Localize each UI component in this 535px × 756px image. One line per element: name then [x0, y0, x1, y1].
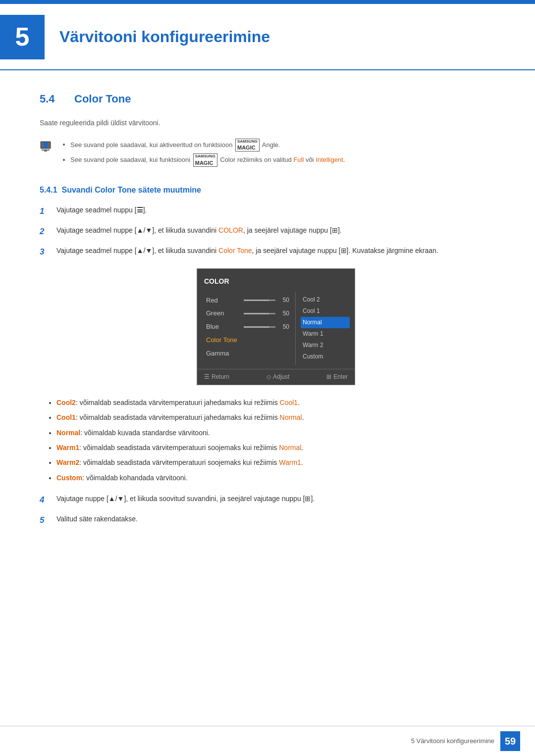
main-content: 5.4 Color Tone Saate reguleerida pildi ü… [0, 70, 535, 567]
menu-footer: ☰ Return ◇ Adjust ⊞ Enter [197, 369, 355, 385]
top-accent-bar [0, 0, 535, 4]
ref-normal-1: Normal [280, 413, 302, 421]
section-heading: 5.4 Color Tone [40, 90, 495, 107]
highlight-full: Full [293, 156, 304, 163]
term-cool2: Cool2 [56, 399, 76, 406]
term-warm2: Warm2 [56, 458, 79, 466]
step-4: 4 Vajutage nuppe [▲/▼], et liikuda soovi… [40, 493, 495, 506]
ref-warm1: Warm1 [279, 458, 301, 466]
term-normal: Normal [56, 429, 80, 437]
term-cool1: Cool1 [56, 413, 76, 421]
step-1: 1 Vajutage seadmel nuppu [☰]. [40, 204, 495, 218]
step-number-3: 3 [40, 245, 50, 258]
menu-title: COLOR [197, 276, 355, 292]
highlight-intelligent: Intelligent [316, 156, 343, 163]
submenu-custom: Custom [301, 351, 350, 362]
subsection-heading: 5.4.1 Suvandi Color Tone sätete muutmine [40, 184, 495, 197]
page-footer: 5 Värvitooni konfigureerimine 59 [0, 726, 535, 756]
intro-text: Saate reguleerida pildi üldist värvitoon… [40, 117, 495, 128]
adjust-icon: ◇ [267, 372, 271, 382]
svg-rect-1 [44, 142, 48, 148]
samsung-magic-1: SAMSUNGMAGIC [235, 139, 260, 152]
return-icon: ☰ [204, 372, 210, 382]
step-text-2: Vajutage seadmel nuppe [▲/▼], et liikuda… [56, 225, 495, 236]
step-text-1: Vajutage seadmel nuppu [☰]. [56, 204, 495, 215]
footer-adjust: ◇ Adjust [267, 372, 289, 382]
step-text-5: Valitud säte rakendatakse. [56, 513, 495, 524]
chapter-header: 5 Värvitooni konfigureerimine [0, 0, 535, 70]
menu-row-colortone: Color Tone [206, 334, 289, 347]
step-2: 2 Vajutage seadmel nuppe [▲/▼], et liiku… [40, 225, 495, 238]
footer-chapter-text: 5 Värvitooni konfigureerimine [411, 736, 494, 747]
step-number-1: 1 [40, 204, 50, 218]
slider-green [244, 313, 275, 314]
desc-normal: Normal: võimaldab kuvada standardse värv… [56, 427, 495, 438]
desc-list: Cool2: võimaldab seadistada värvitempera… [40, 397, 495, 483]
enter-icon: ⊞ [326, 372, 331, 382]
note-item-2: See suvand pole saadaval, kui funktsioon… [70, 153, 345, 167]
svg-rect-3 [44, 151, 47, 151]
ref-normal-2: Normal [279, 444, 301, 452]
desc-custom: Custom: võimaldab kohandada värvitooni. [56, 472, 495, 483]
desc-warm1: Warm1: võimaldab seadistada värvitempera… [56, 442, 495, 453]
menu-label-gamma: Gamma [206, 349, 229, 359]
term-custom: Custom [56, 474, 82, 482]
menu-label-green: Green [206, 308, 241, 319]
subsection-title: Suvandi Color Tone sätete muutmine [61, 186, 201, 194]
enter-label: Enter [333, 372, 348, 382]
subsection-number: 5.4.1 [40, 186, 57, 194]
note-box: See suvand pole saadaval, kui aktiveerit… [40, 139, 495, 169]
menu-left: Red 50 Green 50 Blue 50 [197, 292, 295, 365]
menu-box: COLOR Red 50 Green 50 [197, 268, 355, 385]
slider-blue [244, 326, 275, 328]
menu-row-red: Red 50 [206, 294, 289, 307]
menu-row-green: Green 50 [206, 307, 289, 320]
menu-label-blue: Blue [206, 322, 241, 332]
section-title: Color Tone [74, 90, 131, 107]
step-5: 5 Valitud säte rakendatakse. [40, 513, 495, 527]
note-icon [40, 140, 54, 154]
menu-label-red: Red [206, 296, 241, 306]
submenu-cool1: Cool 1 [301, 305, 350, 317]
steps-list-2: 4 Vajutage nuppe [▲/▼], et liikuda soovi… [40, 493, 495, 527]
adjust-label: Adjust [273, 372, 289, 382]
menu-right: Cool 2 Cool 1 Normal Warm 1 Warm 2 Custo… [295, 292, 355, 365]
samsung-magic-2: SAMSUNGMAGIC [193, 153, 217, 167]
ref-cool1: Cool1 [280, 399, 298, 406]
note-bullets: See suvand pole saadaval, kui aktiveerit… [60, 139, 345, 169]
desc-cool2: Cool2: võimaldab seadistada värvitempera… [56, 397, 495, 408]
desc-cool1: Cool1: võimaldab seadistada värvitempera… [56, 412, 495, 423]
submenu-cool2: Cool 2 [301, 294, 350, 305]
svg-rect-2 [42, 150, 50, 151]
desc-warm2: Warm2: võimaldab seadistada värvitempera… [56, 457, 495, 468]
submenu-warm1: Warm 1 [301, 328, 350, 340]
menu-label-colortone: Color Tone [206, 335, 237, 346]
term-warm1: Warm1 [56, 444, 79, 452]
chapter-number: 5 [0, 15, 45, 59]
slider-value-red: 50 [278, 296, 289, 305]
menu-items-area: Red 50 Green 50 Blue 50 [197, 292, 355, 365]
slider-value-blue: 50 [278, 322, 289, 332]
footer-return: ☰ Return [204, 372, 229, 382]
note-item-1: See suvand pole saadaval, kui aktiveerit… [70, 139, 345, 152]
footer-enter: ⊞ Enter [326, 372, 348, 382]
submenu-warm2: Warm 2 [301, 340, 350, 351]
step-number-5: 5 [40, 513, 50, 527]
return-label: Return [212, 372, 229, 382]
slider-value-green: 50 [278, 309, 289, 318]
step-number-4: 4 [40, 493, 50, 506]
footer-page-number: 59 [500, 731, 520, 751]
step-3: 3 Vajutage seadmel nuppe [▲/▼], et liiku… [40, 245, 495, 258]
menu-screenshot: COLOR Red 50 Green 50 [56, 268, 495, 385]
step-number-2: 2 [40, 225, 50, 238]
slider-red [244, 300, 275, 301]
submenu-normal: Normal [301, 317, 350, 328]
step-text-4: Vajutage nuppe [▲/▼], et liikuda soovitu… [56, 493, 495, 504]
step-text-3: Vajutage seadmel nuppe [▲/▼], et liikuda… [56, 245, 495, 256]
chapter-title: Värvitooni konfigureerimine [59, 24, 270, 50]
menu-row-blue: Blue 50 [206, 320, 289, 334]
menu-row-gamma: Gamma [206, 347, 289, 360]
section-number: 5.4 [40, 90, 64, 107]
steps-list: 1 Vajutage seadmel nuppu [☰]. 2 Vajutage… [40, 204, 495, 259]
